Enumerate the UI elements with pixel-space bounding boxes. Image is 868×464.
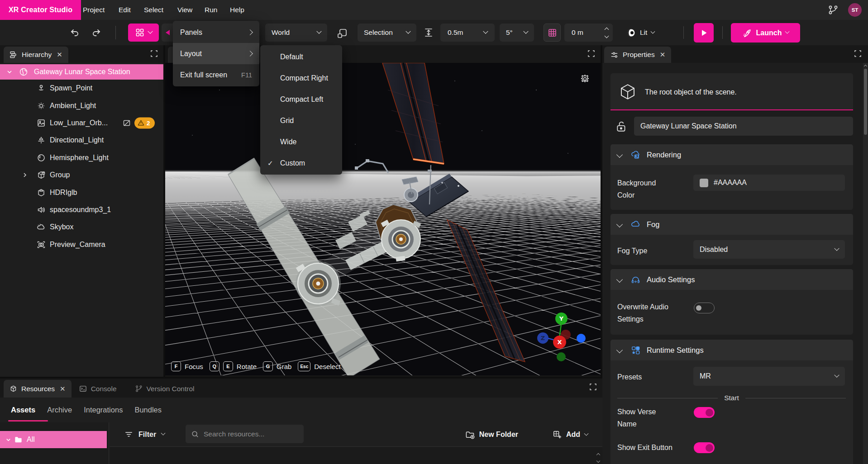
launch-button[interactable]: Launch [731,23,800,43]
section-runtime-header[interactable]: Runtime Settings [610,340,853,360]
gizmo-x-handle[interactable]: X [553,336,566,349]
world-dropdown[interactable]: World [265,24,327,42]
warning-icon [138,120,144,126]
root-hint-text: The root object of the scene. [645,88,737,96]
tree-row-root[interactable]: Gateway Lunar Space Station [0,64,163,80]
tree-row[interactable]: Hemisphere_Light [0,149,163,166]
search-input[interactable] [204,430,294,438]
warning-badge[interactable]: 2 [134,117,155,128]
key-hint-label: Deselect [314,363,340,370]
resources-empty-area[interactable] [110,447,602,464]
subtab-integrations[interactable]: Integrations [84,406,123,414]
show-exit-toggle[interactable] [694,442,715,453]
hidden-icon[interactable] [123,119,131,127]
subtab-assets[interactable]: Assets [11,406,35,414]
chevron-right-icon[interactable] [22,172,28,178]
section-rendering-header[interactable]: Rendering [610,144,853,165]
tool-button-partial[interactable] [162,24,173,42]
tab-properties[interactable]: Properties ✕ [604,47,671,63]
section-fog-header[interactable]: Fog [610,214,853,235]
fog-type-select[interactable]: Disabled [693,240,845,259]
show-verse-toggle[interactable] [694,407,715,418]
grid-step-dropdown[interactable]: 0.5m [440,24,495,42]
selection-dropdown[interactable]: Selection [358,24,416,42]
chevron-down-icon [5,437,11,443]
tree-row[interactable]: Skybox [0,218,163,236]
overwrite-audio-toggle[interactable] [694,303,715,313]
layout-grid-button[interactable] [128,24,159,42]
tab-console[interactable]: Console [73,380,123,398]
viewport-panel: Y Z X F Focus Q E Rotate G Grab Esc Dese… [165,45,601,377]
filter-button[interactable]: Filter [124,430,165,439]
object-name-input[interactable]: Gateway Lunar Space Station [634,117,853,136]
section-audio-header[interactable]: Audio Settings [610,269,853,290]
fullscreen-icon[interactable] [589,383,597,391]
unlock-icon[interactable] [615,120,627,133]
tree-row[interactable]: Directional_Light [0,132,163,149]
app-logo[interactable]: XR Creator Studio [0,0,81,20]
height-value-stepper[interactable]: 0 m [564,24,613,42]
fullscreen-icon[interactable] [854,50,862,57]
height-range-icon[interactable] [424,28,434,38]
avatar[interactable]: ST [848,3,862,17]
play-button[interactable] [694,23,714,43]
submenu-item-compact-left[interactable]: Compact Left [260,89,342,110]
menu-edit[interactable]: Edit [119,0,131,20]
tree-row[interactable]: HDRIglb [0,184,163,201]
presets-select[interactable]: MR [693,367,845,386]
new-folder-button[interactable]: New Folder [465,422,518,447]
search-box[interactable] [186,425,304,443]
menu-view[interactable]: View [177,0,192,20]
tab-hierarchy[interactable]: Hierarchy ✕ [4,47,68,63]
menu-item-exit-fullscreen[interactable]: Exit full screenF11 [173,64,259,85]
menu-item-panels[interactable]: Panels [173,22,259,43]
gizmo-z-handle[interactable]: Z [537,332,548,344]
menu-help[interactable]: Help [230,0,244,20]
background-color-input[interactable]: #AAAAAA [693,175,845,191]
menu-project[interactable]: Project [83,0,105,20]
submenu-item-custom[interactable]: ✓ Custom [260,152,342,174]
scene-settings-gear-icon[interactable] [580,74,590,84]
submenu-item-grid[interactable]: Grid [260,110,342,131]
angle-step-dropdown[interactable]: 5° [500,24,534,42]
close-icon[interactable]: ✕ [660,51,666,59]
tree-row[interactable]: Spawn_Point [0,80,163,97]
close-icon[interactable]: ✕ [60,385,66,393]
menu-item-layout[interactable]: Layout [173,43,259,64]
tree-row[interactable]: Low_Lunar_Orb... 2 [0,114,163,132]
submenu-item-compact-right[interactable]: Compact Right [260,67,342,89]
gizmo-y-handle[interactable]: Y [555,312,568,325]
color-swatch[interactable] [700,179,708,187]
tree-row[interactable]: Preview_Camera [0,236,163,253]
scene-3d-view[interactable]: Y Z X F Focus Q E Rotate G Grab Esc Dese… [165,63,601,375]
submenu-arrow-icon [247,51,253,57]
add-button[interactable]: Add [553,422,588,447]
properties-scrollbar[interactable] [863,63,868,464]
undo-icon[interactable] [69,27,80,38]
layout-submenu: Default Compact Right Compact Left Grid … [260,45,342,175]
branch-icon[interactable] [828,5,838,15]
close-icon[interactable]: ✕ [57,51,62,59]
tree-row[interactable]: spacesoundmp3_1 [0,201,163,218]
tree-row[interactable]: Group [0,166,163,184]
snap-grid-button[interactable] [544,24,561,42]
subtab-bundles[interactable]: Bundles [134,406,162,414]
menu-run[interactable]: Run [205,0,217,20]
menu-select[interactable]: Select [144,0,163,20]
shading-dropdown[interactable]: Lit [626,24,654,42]
mini-scrollbar[interactable] [596,454,601,462]
redo-icon[interactable] [91,27,102,38]
tab-resources[interactable]: Resources ✕ [4,380,72,398]
fullscreen-icon[interactable] [587,50,595,57]
tab-version-control[interactable]: Version Control [129,380,200,398]
pivot-icon[interactable] [336,28,348,39]
subtab-archive[interactable]: Archive [47,406,72,414]
submenu-item-default[interactable]: Default [260,46,342,67]
scrollbar-thumb[interactable] [864,69,867,135]
root-object-card: The root object of the scene. [610,73,853,110]
fullscreen-icon[interactable] [150,50,158,57]
tree-row[interactable]: Ambient_Light [0,97,163,114]
submenu-item-wide[interactable]: Wide [260,131,342,152]
tree-item-all[interactable]: All [0,431,107,448]
key-hint-label: Focus [185,363,203,370]
